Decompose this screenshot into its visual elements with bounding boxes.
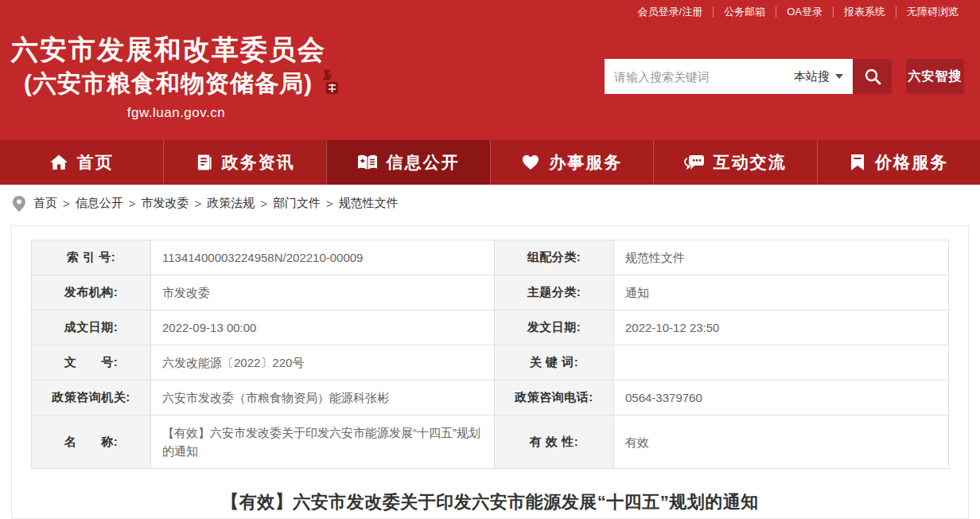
topbar-link-official-mail[interactable]: 公务邮箱 — [713, 6, 776, 18]
meta-label-validity: 有 效 性: — [495, 416, 614, 469]
search-scope-label: 本站搜 — [794, 69, 830, 84]
breadcrumb-item-normative-documents[interactable]: 规范性文件 — [339, 196, 399, 211]
nav-label: 互动交流 — [714, 151, 787, 174]
meta-value-consult-agency: 六安市发改委（市粮食物资局）能源科张彬 — [151, 380, 495, 416]
meta-value-consult-phone: 0564-3379760 — [614, 380, 949, 416]
bookmark-icon — [849, 153, 866, 172]
document-icon — [195, 153, 213, 172]
topbar: 会员登录/注册 公务邮箱 OA登录 报表系统 无障碍浏览 — [0, 0, 980, 24]
chat-bubbles-icon — [684, 153, 705, 172]
nav-label: 政务资讯 — [222, 151, 295, 174]
site-brand: 六安市发展和改革委员会 (六安市粮食和物资储备局) fgw.luan.gov.c… — [11, 32, 341, 121]
chevron-down-icon — [835, 74, 843, 79]
meta-label-consult-phone: 政策咨询电话: — [495, 380, 614, 416]
nav-item-interaction[interactable]: 互动交流 — [653, 140, 817, 185]
meta-value-topic-category: 通知 — [614, 275, 949, 310]
search-area: 本站搜 六安智搜 — [605, 59, 964, 94]
meta-value-validity: 有效 — [614, 416, 949, 469]
nav-label: 办事服务 — [549, 151, 622, 174]
breadcrumb-item-commission[interactable]: 市发改委 — [142, 196, 189, 211]
meta-label-name: 名 称: — [32, 416, 151, 469]
breadcrumb-separator: > — [195, 197, 202, 210]
breadcrumb-item-info-disclosure[interactable]: 信息公开 — [76, 196, 123, 211]
nav-label: 首页 — [77, 151, 114, 174]
breadcrumb-separator: > — [63, 197, 70, 210]
meta-label-issuing-agency: 发布机构: — [32, 275, 151, 310]
meta-value-document-number: 六发改能源〔2022〕220号 — [151, 345, 495, 380]
open-book-icon — [357, 153, 378, 172]
meta-value-issue-date: 2022-10-12 23:50 — [614, 310, 949, 345]
site-domain: fgw.luan.gov.cn — [11, 105, 341, 121]
search-scope-dropdown[interactable]: 本站搜 — [794, 69, 853, 84]
meta-value-name: 【有效】六安市发改委关于印发六安市能源发展“十四五”规划的通知 — [151, 416, 495, 469]
meta-label-consult-agency: 政策咨询机关: — [32, 380, 151, 416]
meta-label-group-category: 组配分类: — [495, 240, 614, 275]
meta-label-issue-date: 发文日期: — [495, 310, 614, 345]
nav-label: 信息公开 — [387, 151, 460, 174]
topbar-link-accessibility[interactable]: 无障碍浏览 — [896, 6, 969, 18]
nav-item-services[interactable]: 办事服务 — [490, 140, 654, 185]
meta-label-written-date: 成文日期: — [32, 310, 151, 345]
breadcrumb: 首页 > 信息公开 > 市发改委 > 政策法规 > 部门文件 > 规范性文件 — [0, 185, 980, 222]
breadcrumb-separator: > — [260, 197, 267, 210]
meta-label-keywords: 关 键 词: — [495, 345, 614, 380]
meta-label-topic-category: 主题分类: — [495, 275, 614, 310]
emblem-icon — [321, 68, 341, 96]
search-icon — [863, 67, 882, 86]
heart-icon — [521, 153, 540, 172]
search-button[interactable] — [853, 59, 892, 94]
nav-item-info-disclosure[interactable]: 信息公开 — [326, 140, 490, 185]
table-row: 政策咨询机关: 六安市发改委（市粮食物资局）能源科张彬 政策咨询电话: 0564… — [32, 380, 949, 416]
table-row: 文 号: 六发改能源〔2022〕220号 关 键 词: — [32, 345, 949, 380]
meta-value-group-category: 规范性文件 — [614, 240, 949, 275]
table-row: 索 引 号: 11341400003224958N/202210-00009 组… — [32, 240, 949, 275]
topbar-link-oa-login[interactable]: OA登录 — [776, 6, 833, 18]
smart-search-button[interactable]: 六安智搜 — [906, 59, 964, 94]
table-row: 发布机构: 市发改委 主题分类: 通知 — [32, 275, 949, 310]
topbar-link-member-login[interactable]: 会员登录/注册 — [628, 6, 714, 18]
nav-item-home[interactable]: 首页 — [0, 140, 163, 185]
search-input[interactable] — [605, 59, 794, 94]
nav-item-news[interactable]: 政务资讯 — [163, 140, 327, 185]
location-pin-icon — [13, 196, 25, 212]
meta-value-written-date: 2022-09-13 00:00 — [151, 310, 495, 345]
nav-item-price-services[interactable]: 价格服务 — [817, 140, 980, 185]
table-row: 名 称: 【有效】六安市发改委关于印发六安市能源发展“十四五”规划的通知 有 效… — [32, 416, 949, 469]
document-panel: 索 引 号: 11341400003224958N/202210-00009 组… — [11, 225, 969, 519]
breadcrumb-item-policies[interactable]: 政策法规 — [207, 196, 255, 211]
document-meta-table: 索 引 号: 11341400003224958N/202210-00009 组… — [31, 240, 949, 469]
meta-value-issuing-agency: 市发改委 — [151, 275, 495, 310]
site-title: 六安市发展和改革委员会 — [11, 32, 341, 67]
breadcrumb-item-dept-documents[interactable]: 部门文件 — [273, 196, 321, 211]
topbar-link-report-system[interactable]: 报表系统 — [833, 6, 896, 18]
table-row: 成文日期: 2022-09-13 00:00 发文日期: 2022-10-12 … — [32, 310, 949, 345]
main-nav: 首页 政务资讯 信息公开 办事服务 互动交流 — [0, 140, 980, 185]
meta-label-document-number: 文 号: — [32, 345, 151, 380]
breadcrumb-separator: > — [129, 197, 136, 210]
search-box: 本站搜 — [605, 59, 853, 94]
masthead: 会员登录/注册 公务邮箱 OA登录 报表系统 无障碍浏览 六安市发展和改革委员会… — [0, 0, 980, 140]
breadcrumb-separator: > — [326, 197, 333, 210]
site-subtitle: (六安市粮食和物资储备局) — [24, 67, 313, 100]
nav-label: 价格服务 — [875, 151, 948, 174]
meta-label-index-number: 索 引 号: — [32, 240, 151, 275]
meta-value-keywords — [614, 345, 949, 380]
article-title: 【有效】六安市发改委关于印发六安市能源发展“十四五”规划的通知 — [12, 490, 968, 514]
breadcrumb-item-home[interactable]: 首页 — [33, 196, 57, 211]
meta-value-index-number: 11341400003224958N/202210-00009 — [151, 240, 495, 275]
home-icon — [49, 153, 68, 172]
